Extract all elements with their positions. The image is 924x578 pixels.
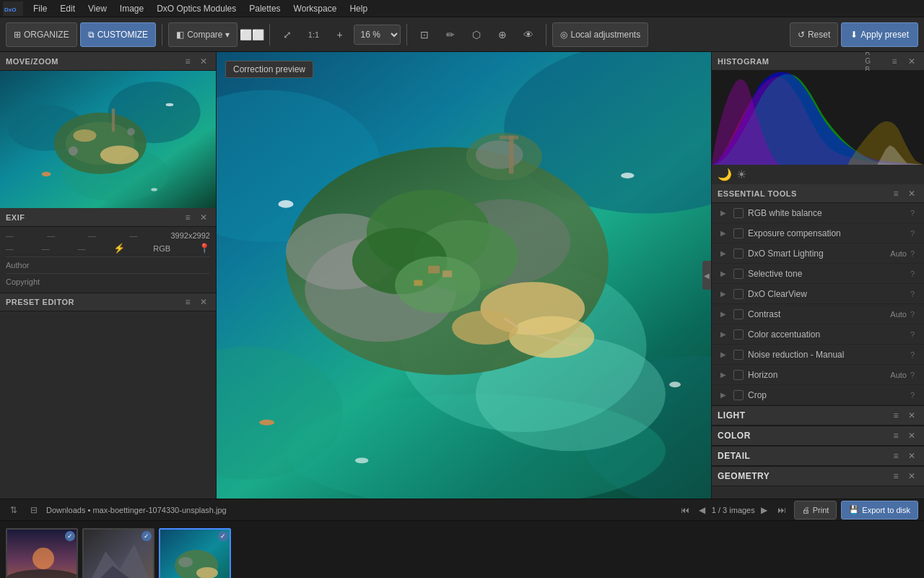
filmstrip-thumb-1[interactable]: 4k-wallpaper-clou... ✓ <box>6 528 78 579</box>
tool-expand-icon-con: ▶ <box>718 309 729 320</box>
preset-editor-header[interactable]: PRESET EDITOR ≡ ✕ <box>0 293 216 311</box>
filmstrip-prev-button[interactable]: ◀ <box>694 502 710 518</box>
straighten-tool-button[interactable]: ✏ <box>439 23 462 46</box>
section-color-close-button[interactable]: ✕ <box>905 429 918 442</box>
tool-dxo-clearview[interactable]: ▶ DxO ClearView ? <box>712 284 924 304</box>
preset-editor-close-button[interactable]: ✕ <box>197 296 210 309</box>
tool-help-ca[interactable]: ? <box>907 329 918 340</box>
compare-button[interactable]: ◧ Compare ▾ <box>168 22 237 47</box>
tool-help-hor[interactable]: ? <box>907 369 918 381</box>
histogram-close-button[interactable]: ✕ <box>905 55 918 68</box>
hist-ch-g[interactable]: G <box>865 57 881 65</box>
customize-button[interactable]: ⧉ CUSTOMIZE <box>80 22 156 47</box>
tool-help-rgb-wb[interactable]: ? <box>907 207 918 219</box>
export-label: Export to disk <box>862 506 910 514</box>
move-zoom-header[interactable]: MOVE/ZOOM ≡ ✕ <box>0 52 216 71</box>
section-light-menu-button[interactable]: ≡ <box>889 409 902 422</box>
section-light-close-button[interactable]: ✕ <box>905 409 918 422</box>
exif-controls: ≡ ✕ <box>181 211 210 224</box>
section-geometry-close-button[interactable]: ✕ <box>905 470 918 483</box>
menu-dxo-optics[interactable]: DxO Optics Modules <box>151 2 242 15</box>
section-geometry-menu-button[interactable]: ≡ <box>889 470 902 483</box>
tool-color-accentuation[interactable]: ▶ Color accentuation ? <box>712 324 924 345</box>
eyedropper-tool-button[interactable]: 👁 <box>517 23 540 46</box>
clone-tool-button[interactable]: ⊕ <box>491 23 514 46</box>
tool-checkbox-exp[interactable] <box>733 228 744 238</box>
filmstrip-thumb-2[interactable]: eberhard-grossgas... ✓ <box>82 528 154 579</box>
zoom-1-1-button[interactable]: 1:1 <box>302 23 325 46</box>
section-detail[interactable]: DETAIL ≡ ✕ <box>712 446 924 466</box>
print-button[interactable]: 🖨 Print <box>794 501 837 519</box>
tool-help-crop[interactable]: ? <box>907 389 918 401</box>
split-view-button[interactable]: ⬜⬜ <box>240 23 263 46</box>
zoom-in-button[interactable]: + <box>328 23 351 46</box>
menu-edit[interactable]: Edit <box>54 2 81 15</box>
menu-workspace[interactable]: Workspace <box>288 2 343 15</box>
move-zoom-close-button[interactable]: ✕ <box>197 55 210 68</box>
organize-button[interactable]: ⊞ ORGANIZE <box>6 22 77 47</box>
crop-tool-button[interactable]: ⊡ <box>413 23 436 46</box>
essential-tools-menu-button[interactable]: ≡ <box>889 187 902 200</box>
zoom-select[interactable]: 16 % 25 % 50 % 100 % <box>354 25 401 45</box>
filmstrip-first-button[interactable]: ⏮ <box>677 502 693 518</box>
perspective-tool-button[interactable]: ⬡ <box>465 23 488 46</box>
section-detail-menu-button[interactable]: ≡ <box>889 449 902 462</box>
correction-preview-button[interactable]: Correction preview <box>225 61 313 78</box>
menu-view[interactable]: View <box>82 2 113 15</box>
tool-checkbox-hor[interactable] <box>733 370 744 380</box>
tool-help-nr[interactable]: ? <box>907 349 918 361</box>
tool-checkbox-con[interactable] <box>733 309 744 319</box>
tool-checkbox-st[interactable] <box>733 269 744 279</box>
hist-ch-r[interactable]: R <box>865 52 881 56</box>
tool-selective-tone[interactable]: ▶ Selective tone ? <box>712 264 924 284</box>
right-panel-toggle[interactable]: ◀ <box>702 261 711 290</box>
tool-checkbox-cv[interactable] <box>733 289 744 299</box>
histogram-moon-button[interactable]: 🌙 <box>718 168 732 181</box>
tool-checkbox-crop[interactable] <box>733 390 744 400</box>
tool-checkbox-nr[interactable] <box>733 350 744 360</box>
tool-dxo-smart-lighting[interactable]: ▶ DxO Smart Lighting Auto ? <box>712 243 924 264</box>
tool-help-sl[interactable]: ? <box>907 248 918 259</box>
essential-tools-close-button[interactable]: ✕ <box>905 187 918 200</box>
histogram-sun-button[interactable]: ☀ <box>736 168 746 181</box>
tool-exposure-compensation[interactable]: ▶ Exposure compensation ? <box>712 223 924 243</box>
tool-noise-reduction[interactable]: ▶ Noise reduction - Manual ? <box>712 345 924 365</box>
exif-header[interactable]: EXIF ≡ ✕ <box>0 208 216 227</box>
section-color-menu-button[interactable]: ≡ <box>889 429 902 442</box>
reset-button[interactable]: ↺ Reset <box>790 22 838 47</box>
tool-help-cv[interactable]: ? <box>907 288 918 300</box>
tool-checkbox-ca[interactable] <box>733 329 744 340</box>
tool-checkbox-rgb-wb[interactable] <box>733 208 744 218</box>
tool-help-exp[interactable]: ? <box>907 228 918 239</box>
tool-expand-icon-exp: ▶ <box>718 228 729 239</box>
menu-help[interactable]: Help <box>344 2 373 15</box>
tool-rgb-white-balance[interactable]: ▶ RGB white balance ? <box>712 203 924 223</box>
preset-editor-menu-button[interactable]: ≡ <box>181 296 194 309</box>
move-zoom-menu-button[interactable]: ≡ <box>181 55 194 68</box>
section-color[interactable]: COLOR ≡ ✕ <box>712 426 924 446</box>
histogram-menu-button[interactable]: ≡ <box>888 55 901 68</box>
tool-checkbox-sl[interactable] <box>733 249 744 259</box>
filmstrip-thumb-3[interactable]: max-boettinger-10... ✓ <box>159 528 231 579</box>
tool-contrast[interactable]: ▶ Contrast Auto ? <box>712 304 924 324</box>
filmstrip-filter-button[interactable]: ⊟ <box>26 502 42 518</box>
tool-help-con[interactable]: ? <box>907 309 918 320</box>
apply-preset-button[interactable]: ⬇ Apply preset <box>841 22 918 47</box>
menu-file[interactable]: File <box>27 2 53 15</box>
menu-palettes[interactable]: Palettes <box>243 2 286 15</box>
section-detail-close-button[interactable]: ✕ <box>905 449 918 462</box>
section-light[interactable]: LIGHT ≡ ✕ <box>712 405 924 426</box>
export-to-disk-button[interactable]: 💾 Export to disk <box>841 501 918 519</box>
tool-horizon[interactable]: ▶ Horizon Auto ? <box>712 365 924 385</box>
local-adjustments-button[interactable]: ◎ Local adjustments <box>552 22 648 47</box>
tool-crop[interactable]: ▶ Crop ? <box>712 385 924 405</box>
menu-image[interactable]: Image <box>114 2 149 15</box>
filmstrip-next-button[interactable]: ▶ <box>757 502 772 518</box>
fit-to-window-button[interactable]: ⤢ <box>276 23 299 46</box>
section-geometry[interactable]: GEOMETRY ≡ ✕ <box>712 466 924 486</box>
filmstrip-sort-button[interactable]: ⇅ <box>6 502 22 518</box>
exif-menu-button[interactable]: ≡ <box>181 211 194 224</box>
exif-close-button[interactable]: ✕ <box>197 211 210 224</box>
tool-help-st[interactable]: ? <box>907 268 918 280</box>
filmstrip-last-button[interactable]: ⏭ <box>774 502 790 518</box>
